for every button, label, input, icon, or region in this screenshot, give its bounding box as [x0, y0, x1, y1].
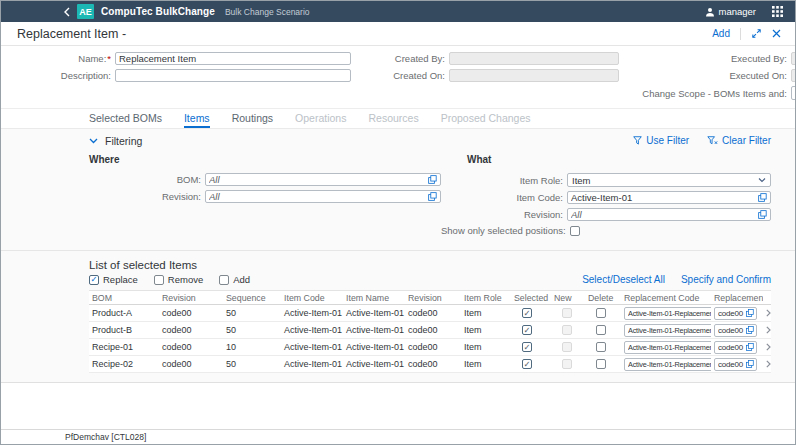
description-input[interactable] [119, 70, 347, 81]
show-only-selected-checkbox[interactable] [570, 226, 580, 236]
row-navigate-button[interactable] [766, 309, 771, 317]
remove-checkbox[interactable] [154, 275, 164, 285]
row-navigate-button[interactable] [766, 326, 771, 334]
table-header-row: BOMRevisionSequenceItem CodeItem NameRev… [89, 290, 771, 305]
add-button[interactable]: Add [712, 28, 730, 39]
cell-navigate [763, 326, 771, 334]
mode-replace[interactable]: Replace [89, 274, 138, 285]
app-logo[interactable]: AE [77, 4, 94, 19]
cell-navigate [763, 343, 771, 351]
delete-checkbox[interactable] [596, 325, 606, 335]
row-navigate-button[interactable] [766, 360, 771, 368]
where-group: Where BOM: Revision: [89, 154, 441, 240]
delete-checkbox[interactable] [596, 342, 606, 352]
filtering-expander[interactable]: Filtering [89, 135, 142, 147]
cell-sequence: 50 [223, 325, 281, 335]
form-column-2: Created By: Created On: [361, 52, 629, 104]
replacement-code-input[interactable]: Active-Item-01-Replacement [624, 341, 711, 354]
chevron-right-icon [766, 360, 771, 368]
value-help-icon[interactable] [746, 360, 754, 368]
what-revision-label: Revision: [441, 209, 563, 220]
selected-checkbox[interactable] [522, 308, 532, 318]
created-on-label: Created On: [361, 70, 445, 81]
value-help-icon[interactable] [746, 309, 754, 317]
replacement-revision-input[interactable]: code00 [714, 307, 757, 320]
replacement-code-input[interactable]: Active-Item-01-Replacement [624, 324, 711, 337]
row-navigate-button[interactable] [766, 343, 771, 351]
tab-selected-boms[interactable]: Selected BOMs [89, 112, 162, 128]
add-checkbox[interactable] [219, 275, 229, 285]
new-checkbox[interactable] [562, 342, 572, 352]
value-help-icon[interactable] [428, 192, 437, 201]
what-title: What [467, 154, 771, 165]
cell-item-role: Item [461, 325, 511, 335]
where-revision-input[interactable] [209, 191, 428, 202]
value-help-icon[interactable] [746, 326, 754, 334]
user-button[interactable]: manager [705, 6, 757, 17]
replacement-revision-input[interactable]: code00 [714, 341, 757, 354]
title-actions: Add [712, 28, 781, 40]
new-checkbox[interactable] [562, 325, 572, 335]
replacement-code-input[interactable]: Active-Item-01-Replacement [624, 358, 711, 371]
clear-filter-button[interactable]: Clear Filter [707, 135, 771, 146]
back-button[interactable] [63, 7, 70, 17]
created-by-label: Created By: [361, 53, 445, 64]
tab-proposed-changes: Proposed Changes [441, 112, 531, 128]
new-checkbox[interactable] [562, 359, 572, 369]
value-help-icon[interactable] [758, 193, 767, 202]
expand-button[interactable] [751, 28, 762, 39]
selected-checkbox[interactable] [522, 325, 532, 335]
mode-remove[interactable]: Remove [154, 274, 203, 285]
content-area: Filtering Use Filter Clear Filter Where … [1, 129, 795, 383]
change-scope-select[interactable]: Routings [791, 86, 796, 100]
header-form: Name:* Description: Created By: Created … [1, 46, 795, 109]
replace-checkbox[interactable] [89, 275, 99, 285]
delete-checkbox[interactable] [596, 308, 606, 318]
new-checkbox[interactable] [562, 308, 572, 318]
cell-item-revision: code00 [405, 342, 461, 352]
add-label: Add [233, 274, 250, 285]
item-code-input[interactable] [571, 192, 758, 203]
replacement-revision-input[interactable]: code00 [714, 358, 757, 371]
cell-item-name: Active-Item-01 [343, 308, 405, 318]
cell-item-revision: code00 [405, 308, 461, 318]
new-checkbox-cell [551, 308, 585, 318]
app-switcher-button[interactable] [772, 6, 783, 17]
status-bar: PfDemchav [CTL028] [1, 429, 795, 444]
tab-routings[interactable]: Routings [232, 112, 273, 128]
divider [740, 28, 741, 40]
selected-checkbox[interactable] [522, 359, 532, 369]
cell-replacement-revision: code00 [711, 307, 763, 320]
delete-checkbox-cell [585, 359, 621, 369]
delete-checkbox[interactable] [596, 359, 606, 369]
value-help-icon[interactable] [758, 210, 767, 219]
use-filter-button[interactable]: Use Filter [633, 135, 689, 146]
title-bar: Replacement Item - Add [1, 22, 795, 46]
selected-checkbox[interactable] [522, 342, 532, 352]
selected-checkbox-cell [511, 359, 551, 369]
cell-item-role: Item [461, 342, 511, 352]
bom-input[interactable] [209, 174, 428, 185]
value-help-icon[interactable] [428, 175, 437, 184]
value-help-icon[interactable] [746, 343, 754, 351]
specify-and-confirm-link[interactable]: Specify and Confirm [681, 274, 771, 285]
tab-items[interactable]: Items [184, 112, 210, 128]
what-revision-input[interactable] [571, 209, 758, 220]
mode-add[interactable]: Add [219, 274, 250, 285]
items-table: BOMRevisionSequenceItem CodeItem NameRev… [89, 290, 771, 373]
cell-item-code: Active-Item-01 [281, 308, 343, 318]
user-name: manager [719, 6, 757, 17]
cell-revision: code00 [159, 359, 223, 369]
name-input[interactable] [119, 53, 347, 64]
cell-bom: Recipe-02 [89, 359, 159, 369]
chevron-right-icon [766, 343, 771, 351]
description-label: Description: [1, 70, 111, 81]
replacement-revision-input[interactable]: code00 [714, 324, 757, 337]
selected-checkbox-cell [511, 342, 551, 352]
select-deselect-all-link[interactable]: Select/Deselect All [582, 274, 665, 285]
what-group: What Item Role: Item Item Code: Revision… [441, 154, 771, 240]
item-role-select[interactable]: Item [567, 173, 771, 187]
replacement-code-input[interactable]: Active-Item-01-Replacement [624, 307, 711, 320]
cell-replacement-code: Active-Item-01-Replacement [621, 358, 711, 371]
close-button[interactable] [772, 29, 781, 38]
